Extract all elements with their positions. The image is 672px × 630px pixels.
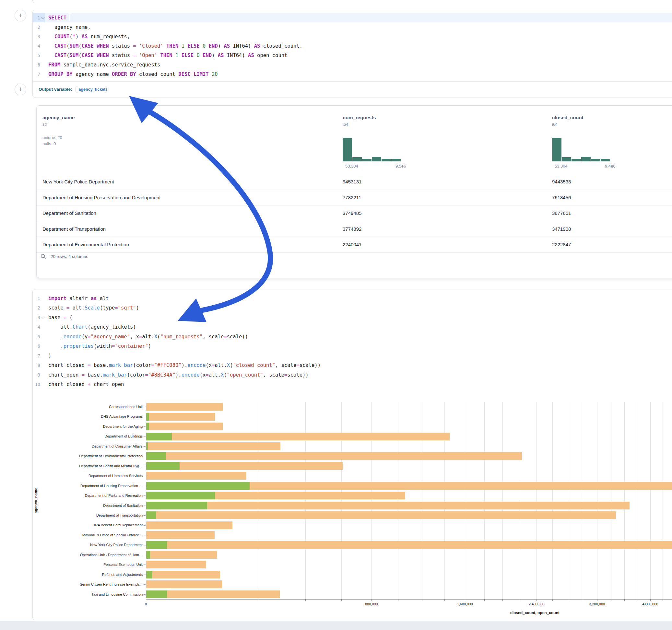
column-header: num_requestsi64 — [343, 115, 447, 127]
code-text[interactable]: COUNT(*) AS num_requests, — [45, 32, 672, 41]
fold-chevron-icon — [41, 44, 45, 48]
column-header: closed_counti64 — [552, 115, 656, 127]
line-number: 9 — [38, 372, 40, 378]
code-line[interactable]: 6 .properties(width="container") — [33, 342, 672, 351]
table-cell: 7782211 — [343, 190, 361, 206]
fold-chevron-icon — [41, 344, 45, 348]
line-gutter: 5 — [33, 332, 45, 342]
column-stat: nulls: 0 — [43, 141, 146, 146]
line-gutter: 8 — [33, 361, 45, 370]
fold-chevron-icon — [41, 63, 45, 67]
sql-code-editor[interactable]: 1SELECT 2 agency_name,3 COUNT(*) AS num_… — [33, 13, 672, 79]
code-line[interactable]: 7GROUP BY agency_name ORDER BY closed_co… — [33, 69, 672, 79]
code-text[interactable]: .properties(width="container") — [45, 342, 672, 351]
line-number: 6 — [38, 343, 40, 349]
fold-chevron-icon — [41, 306, 45, 310]
page-background-strip — [0, 621, 672, 630]
line-gutter: 6 — [33, 60, 45, 69]
column-type: i64 — [343, 122, 447, 127]
code-line[interactable]: 5 CAST(SUM(CASE WHEN status = 'Open' THE… — [33, 51, 672, 60]
code-text[interactable]: chart_closed + chart_open — [45, 380, 672, 390]
code-line[interactable]: 3base = ( — [33, 313, 672, 322]
line-gutter: 2 — [33, 22, 45, 32]
histogram-max-label: 9.4e6 — [605, 164, 616, 169]
line-gutter: 9 — [33, 370, 45, 380]
code-line[interactable]: 4 alt.Chart(agency_tickets) — [33, 322, 672, 332]
table-cell: 3749485 — [343, 205, 361, 221]
table-footer: 20 rows, 4 columns — [41, 247, 88, 266]
code-text[interactable]: CAST(SUM(CASE WHEN status = 'Open' THEN … — [45, 51, 672, 60]
cell-divider — [33, 81, 672, 82]
line-number: 1 — [38, 296, 40, 301]
table-row: Department of Transportation377489234719… — [37, 221, 672, 237]
line-number: 10 — [35, 382, 40, 387]
histogram-bin — [352, 157, 362, 162]
line-gutter: 5 — [33, 51, 45, 60]
code-line[interactable]: 1SELECT — [33, 13, 672, 22]
histogram-bin — [562, 157, 571, 162]
output-variable-badge[interactable]: agency_tickets — [75, 86, 107, 93]
table-cell: 7618456 — [552, 190, 571, 206]
fold-chevron-icon[interactable] — [41, 16, 45, 20]
python-cell: 1import altair as alt2scale = alt.Scale(… — [32, 289, 672, 620]
code-text[interactable]: SELECT — [45, 13, 672, 22]
code-line[interactable]: 2scale = alt.Scale(type="sqrt") — [33, 303, 672, 313]
code-line[interactable]: 4 CAST(SUM(CASE WHEN status = 'Closed' T… — [33, 41, 672, 51]
line-gutter: 7 — [33, 351, 45, 361]
code-line[interactable]: 7) — [33, 351, 672, 361]
code-text[interactable]: ) — [45, 351, 672, 361]
output-variable-label: Output variable: — [39, 87, 72, 92]
histogram-bin — [343, 138, 352, 162]
code-line[interactable]: 5 .encode(y="agency_name", x=alt.X("num_… — [33, 332, 672, 342]
table-row: Department of Environmental Protection22… — [37, 237, 672, 253]
line-number: 7 — [38, 72, 40, 77]
code-line[interactable]: 8chart_closed = base.mark_bar(color="#FF… — [33, 361, 672, 370]
line-number: 5 — [38, 334, 40, 339]
sql-cell: 1SELECT 2 agency_name,3 COUNT(*) AS num_… — [32, 10, 672, 98]
fold-chevron-icon — [41, 363, 45, 367]
add-cell-button-top[interactable]: + — [15, 10, 26, 21]
fold-chevron-icon — [41, 34, 45, 39]
histogram-bin — [372, 157, 381, 162]
fold-chevron-icon[interactable] — [41, 315, 45, 319]
column-name: agency_name — [43, 115, 146, 120]
code-text[interactable]: .encode(y="agency_name", x=alt.X("num_re… — [45, 332, 672, 342]
code-text[interactable]: chart_open = base.mark_bar(color="#8BC34… — [45, 370, 672, 380]
row-count-label: 20 rows, 4 columns — [51, 254, 88, 259]
dataframe-preview-table: agency_namestrunique: 20nulls: 053,3049.… — [36, 105, 672, 278]
code-text[interactable]: agency_name, — [45, 22, 672, 32]
table-row-divider — [37, 252, 672, 253]
line-gutter: 10 — [33, 380, 45, 390]
code-line[interactable]: 9chart_open = base.mark_bar(color="#8BC3… — [33, 370, 672, 380]
fold-chevron-icon — [41, 382, 45, 387]
code-text[interactable]: CAST(SUM(CASE WHEN status = 'Closed' THE… — [45, 41, 672, 51]
code-text[interactable]: GROUP BY agency_name ORDER BY closed_cou… — [45, 69, 672, 79]
code-text[interactable]: FROM sample_data.nyc.service_requests — [45, 60, 672, 69]
code-text[interactable]: base = ( — [45, 313, 672, 322]
python-code-editor[interactable]: 1import altair as alt2scale = alt.Scale(… — [33, 294, 672, 389]
code-text[interactable]: chart_closed = base.mark_bar(color="#FFC… — [45, 361, 672, 370]
line-number: 8 — [38, 363, 40, 368]
code-text[interactable]: alt.Chart(agency_tickets) — [45, 322, 672, 332]
histogram-bin — [572, 159, 581, 162]
table-row: New York City Police Department945313194… — [37, 174, 672, 190]
line-gutter: 2 — [33, 303, 45, 313]
add-cell-button-output[interactable]: + — [15, 83, 26, 95]
code-line[interactable]: 1import altair as alt — [33, 294, 672, 303]
code-line[interactable]: 6FROM sample_data.nyc.service_requests — [33, 60, 672, 69]
code-text[interactable]: import altair as alt — [45, 294, 672, 303]
line-gutter: 1 — [33, 13, 45, 22]
code-line[interactable]: 2 agency_name, — [33, 22, 672, 32]
previous-cell-card — [32, 0, 672, 3]
code-text[interactable]: scale = alt.Scale(type="sqrt") — [45, 303, 672, 313]
line-number: 4 — [38, 43, 40, 49]
table-cell: 9453131 — [343, 174, 361, 190]
code-line[interactable]: 10chart_closed + chart_open — [33, 380, 672, 390]
table-header: agency_namestrunique: 20nulls: 053,3049.… — [37, 106, 672, 174]
code-line[interactable]: 3 COUNT(*) AS num_requests, — [33, 32, 672, 41]
histogram-bin — [362, 159, 371, 162]
table-cell: 3774892 — [343, 221, 361, 237]
table-cell: 3471908 — [552, 221, 571, 237]
search-icon[interactable] — [41, 254, 46, 259]
line-gutter: 4 — [33, 322, 45, 332]
